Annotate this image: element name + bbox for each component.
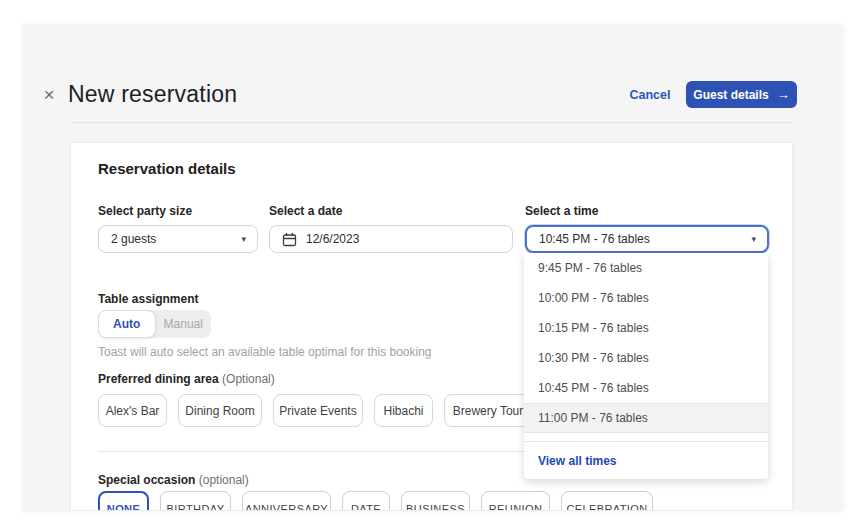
table-assignment-label: Table assignment xyxy=(98,292,198,306)
chevron-down-icon: ▾ xyxy=(751,234,756,244)
time-option[interactable]: 10:00 PM - 76 tables xyxy=(524,283,768,313)
time-option[interactable]: 10:30 PM - 76 tables xyxy=(524,343,768,373)
occasion-option-date[interactable]: DATE xyxy=(342,491,390,511)
dining-area-option[interactable]: Brewery Tour xyxy=(444,394,532,427)
time-value: 10:45 PM - 76 tables xyxy=(539,232,650,246)
date-select[interactable]: 12/6/2023 xyxy=(269,225,513,253)
occasion-option-celebration[interactable]: CELEBRATION xyxy=(561,491,653,511)
special-occasion-label: Special occasion (optional) xyxy=(98,473,249,487)
occasion-option-reunion[interactable]: REUNION xyxy=(481,491,550,511)
dining-area-optional-note: (Optional) xyxy=(222,372,275,386)
time-option[interactable]: 10:45 PM - 76 tables xyxy=(524,373,768,403)
time-option[interactable]: 9:45 PM - 76 tables xyxy=(524,253,768,283)
new-reservation-modal: × New reservation Cancel Guest details →… xyxy=(23,25,843,511)
guest-details-button[interactable]: Guest details → xyxy=(686,81,797,108)
toggle-auto[interactable]: Auto xyxy=(98,310,156,338)
header-divider xyxy=(70,122,793,123)
time-select[interactable]: 10:45 PM - 76 tables ▾ xyxy=(525,225,769,253)
dining-area-label-text: Preferred dining area xyxy=(98,372,219,386)
special-occasion-label-text: Special occasion xyxy=(98,473,195,487)
occasion-option-business[interactable]: BUSINESS xyxy=(401,491,470,511)
dining-area-option[interactable]: Private Events xyxy=(273,394,363,427)
occasion-option-anniversary[interactable]: ANNIVERSARY xyxy=(242,491,331,511)
dropdown-spacer xyxy=(524,433,768,441)
cancel-button[interactable]: Cancel xyxy=(619,84,681,106)
dining-area-option[interactable]: Hibachi xyxy=(374,394,433,427)
date-label: Select a date xyxy=(269,204,342,218)
party-size-value: 2 guests xyxy=(111,232,156,246)
view-all-times-link[interactable]: View all times xyxy=(524,442,768,479)
dining-area-label: Preferred dining area (Optional) xyxy=(98,372,275,386)
party-size-select[interactable]: 2 guests ▾ xyxy=(98,225,258,253)
occasion-option-birthday[interactable]: BIRTHDAY xyxy=(160,491,231,511)
dining-area-options: Alex's Bar Dining Room Private Events Hi… xyxy=(98,394,532,427)
close-icon[interactable]: × xyxy=(36,82,62,108)
time-dropdown: 9:45 PM - 76 tables 10:00 PM - 76 tables… xyxy=(524,253,768,479)
time-option[interactable]: 10:15 PM - 76 tables xyxy=(524,313,768,343)
calendar-icon xyxy=(282,232,297,247)
time-option-highlighted[interactable]: 11:00 PM - 76 tables xyxy=(524,403,768,433)
page-title: New reservation xyxy=(68,81,237,108)
date-value: 12/6/2023 xyxy=(306,232,359,246)
table-assignment-toggle: Auto Manual xyxy=(98,310,211,338)
dining-area-option[interactable]: Dining Room xyxy=(178,394,262,427)
arrow-right-icon: → xyxy=(777,87,790,102)
toggle-manual[interactable]: Manual xyxy=(156,310,212,338)
section-title: Reservation details xyxy=(98,160,236,177)
dining-area-option[interactable]: Alex's Bar xyxy=(98,394,167,427)
party-size-label: Select party size xyxy=(98,204,192,218)
special-occasion-optional-note: (optional) xyxy=(199,473,249,487)
time-label: Select a time xyxy=(525,204,598,218)
table-assignment-hint: Toast will auto select an available tabl… xyxy=(98,345,432,359)
guest-details-label: Guest details xyxy=(693,88,768,102)
occasion-option-none[interactable]: NONE xyxy=(98,491,149,511)
chevron-down-icon: ▾ xyxy=(241,234,246,244)
special-occasion-options: NONE BIRTHDAY ANNIVERSARY DATE BUSINESS … xyxy=(98,491,653,511)
